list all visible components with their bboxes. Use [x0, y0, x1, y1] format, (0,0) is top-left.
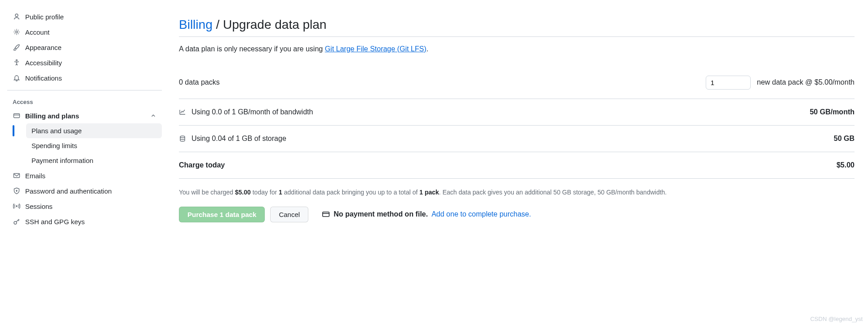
charge-label: Charge today [179, 161, 225, 169]
add-payment-link[interactable]: Add one to complete purchase. [432, 210, 531, 218]
sidebar-label: Payment information [31, 157, 93, 164]
breadcrumb-billing-link[interactable]: Billing [179, 18, 213, 32]
accessibility-icon [13, 59, 21, 67]
sidebar-item-sessions[interactable]: Sessions [7, 199, 162, 214]
key-icon [13, 217, 21, 226]
sidebar-item-ssh-and-gpg-keys[interactable]: SSH and GPG keys [7, 214, 162, 229]
charge-fineprint: You will be charged $5.00 today for 1 ad… [179, 189, 855, 196]
data-packs-row: 0 data packs new data pack @ $5.00/month [179, 71, 855, 99]
sidebar-item-payment-information[interactable]: Payment information [26, 153, 162, 168]
sidebar-label: Spending limits [31, 142, 77, 149]
current-data-packs: 0 data packs [179, 78, 220, 86]
data-plan-description: A data plan is only necessary if you are… [179, 45, 855, 53]
no-payment-text: No payment method on file. [334, 210, 428, 218]
bandwidth-allocation: 50 GB/month [810, 108, 855, 116]
graph-icon [179, 108, 187, 116]
sidebar-item-accessibility[interactable]: Accessibility [7, 55, 162, 70]
sidebar-label: Public profile [25, 13, 64, 21]
person-icon [13, 13, 21, 21]
svg-point-1 [16, 31, 18, 33]
watermark: CSDN @legend_yst [810, 316, 863, 322]
broadcast-icon [13, 202, 21, 210]
data-pack-quantity-input[interactable] [706, 76, 751, 90]
svg-point-5 [16, 190, 17, 191]
bandwidth-row: Using 0.0 of 1 GB/month of bandwidth 50 … [179, 99, 855, 126]
bell-icon [13, 74, 21, 82]
cancel-button[interactable]: Cancel [270, 207, 308, 222]
sidebar-item-public-profile[interactable]: Public profile [7, 9, 162, 24]
sidebar-label: Sessions [25, 203, 53, 210]
sidebar-label: Plans and usage [31, 127, 82, 135]
settings-sidebar: Public profile Account Appearance Access… [0, 0, 166, 325]
page-title-text: Upgrade data plan [223, 18, 326, 32]
svg-point-0 [15, 14, 18, 17]
credit-card-icon [13, 112, 21, 120]
charge-row: Charge today $5.00 [179, 152, 855, 179]
sidebar-label: Billing and plans [25, 112, 79, 120]
sidebar-label: Account [25, 28, 49, 36]
svg-rect-9 [323, 212, 329, 217]
sidebar-label: Password and authentication [25, 187, 112, 195]
sidebar-item-password-and-authentication[interactable]: Password and authentication [7, 183, 162, 199]
paintbrush-icon [13, 43, 21, 51]
sidebar-item-plans-and-usage[interactable]: Plans and usage [26, 123, 162, 138]
storage-allocation: 50 GB [834, 135, 855, 143]
sidebar-item-spending-limits[interactable]: Spending limits [26, 138, 162, 153]
page-title: Billing / Upgrade data plan [179, 18, 855, 37]
svg-point-6 [16, 206, 18, 207]
svg-point-8 [180, 136, 185, 138]
sidebar-item-notifications[interactable]: Notifications [7, 70, 162, 86]
no-payment-notice: No payment method on file. Add one to co… [322, 210, 531, 218]
gear-icon [13, 28, 21, 36]
database-icon [179, 135, 187, 142]
sidebar-item-account[interactable]: Account [7, 24, 162, 40]
data-pack-rate: new data pack @ $5.00/month [757, 78, 855, 86]
charge-amount: $5.00 [837, 161, 855, 169]
sidebar-item-emails[interactable]: Emails [7, 168, 162, 183]
bandwidth-usage: Using 0.0 of 1 GB/month of bandwidth [191, 108, 313, 116]
sidebar-section-access: Access [7, 90, 162, 108]
shield-lock-icon [13, 187, 21, 195]
sidebar-label: Emails [25, 172, 45, 180]
billing-subitems: Plans and usage Spending limits Payment … [7, 123, 162, 168]
credit-card-icon [322, 210, 330, 218]
sidebar-item-billing-and-plans[interactable]: Billing and plans [7, 108, 162, 123]
sidebar-label: SSH and GPG keys [25, 218, 85, 226]
sidebar-label: Accessibility [25, 59, 62, 67]
actions-row: Purchase 1 data pack Cancel No payment m… [179, 207, 855, 222]
purchase-button[interactable]: Purchase 1 data pack [179, 207, 265, 222]
chevron-up-icon [150, 113, 156, 119]
breadcrumb-separator: / [213, 18, 223, 32]
svg-point-2 [16, 60, 18, 61]
storage-usage: Using 0.04 of 1 GB of storage [191, 135, 286, 143]
git-lfs-link[interactable]: Git Large File Storage (Git LFS) [325, 45, 427, 53]
mail-icon [13, 172, 21, 180]
main-content: Billing / Upgrade data plan A data plan … [166, 0, 868, 325]
svg-rect-3 [14, 114, 20, 118]
sidebar-label: Notifications [25, 74, 62, 82]
sidebar-item-appearance[interactable]: Appearance [7, 40, 162, 55]
storage-row: Using 0.04 of 1 GB of storage 50 GB [179, 126, 855, 152]
sidebar-label: Appearance [25, 44, 62, 51]
